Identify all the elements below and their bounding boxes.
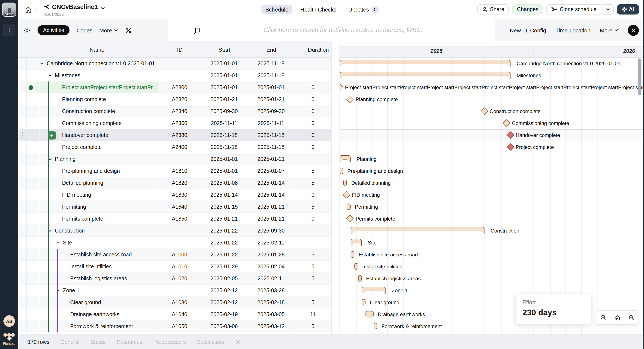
table-row[interactable]: Planning2025-01-012025-01-21 xyxy=(18,153,332,165)
row-expand-chevron-icon[interactable] xyxy=(56,288,60,293)
table-row[interactable]: PermittingA18402025-01-152025-01-215 xyxy=(18,201,332,213)
time-location-button[interactable]: Time-Location xyxy=(556,27,590,34)
view-pill-codes[interactable]: Codes xyxy=(76,27,92,34)
activity-duration-cell: 0 xyxy=(294,141,332,153)
milestone-diamond[interactable] xyxy=(342,191,350,199)
activity-end-cell: 2025-01-14 xyxy=(248,177,294,189)
table-gantt-splitter[interactable] xyxy=(332,41,339,334)
search-input[interactable]: Click here to search for activities, cod… xyxy=(168,19,495,41)
column-header-duration[interactable]: Duration xyxy=(295,41,329,58)
drag-handle[interactable] xyxy=(22,132,23,138)
activity-start-cell: 2025-01-22 xyxy=(201,237,248,249)
month-gridline xyxy=(356,58,356,334)
tab-schedule[interactable]: Schedule xyxy=(262,5,292,14)
footer-close-icon[interactable] xyxy=(236,339,241,345)
task-bar[interactable] xyxy=(347,203,350,210)
task-bar[interactable] xyxy=(362,299,366,305)
footer-tab-resources[interactable]: Resources xyxy=(117,339,142,345)
avatar[interactable]: AS xyxy=(4,315,15,327)
toolbar-more-button[interactable]: More xyxy=(600,27,618,34)
table-row[interactable]: Commissioning completeA23602025-11-11202… xyxy=(18,117,332,129)
activity-name-cell: Establish site access road xyxy=(70,249,158,261)
status-dot xyxy=(28,85,33,90)
footer-tab-predecessors[interactable]: Predecessors xyxy=(153,339,186,345)
row-expand-chevron-icon[interactable] xyxy=(48,73,52,78)
table-row[interactable]: Cambridge North connection v1.0 2025-01-… xyxy=(18,58,332,70)
summary-bar[interactable] xyxy=(362,287,386,294)
milestone-diamond[interactable] xyxy=(502,119,510,127)
table-row[interactable]: Construction completeA23402025-09-302025… xyxy=(18,105,332,117)
table-row[interactable]: Establish site access roadA10002025-01-2… xyxy=(18,249,332,261)
column-header-start[interactable]: Start xyxy=(201,41,248,58)
column-header-name[interactable]: Name xyxy=(36,41,159,58)
table-row[interactable]: Project startProject startProject startP… xyxy=(18,82,332,93)
column-header-end[interactable]: End xyxy=(248,41,295,58)
gantt-chart[interactable]: 2025 2026 Cambridge North connection v1.… xyxy=(339,41,643,334)
table-row[interactable]: Planning completeA23202025-01-212025-01-… xyxy=(18,93,332,105)
row-expand-chevron-icon[interactable] xyxy=(56,241,60,245)
changes-button[interactable]: Changes xyxy=(512,4,543,15)
workspace-logo[interactable]: DEMO xyxy=(2,3,16,17)
share-button[interactable]: Share xyxy=(477,4,509,15)
close-toolbar-button[interactable] xyxy=(628,25,639,36)
table-row[interactable]: Zone 12025-02-122025-03-28 xyxy=(18,284,332,296)
row-expand-chevron-icon[interactable] xyxy=(40,62,44,66)
view-pill-activities[interactable]: Activities xyxy=(38,25,70,36)
table-row[interactable]: Permits completeA18502025-01-212025-01-2… xyxy=(18,213,332,225)
table-row[interactable]: Establish logistics areasA10202025-02-05… xyxy=(18,273,332,284)
ai-button[interactable]: AI xyxy=(617,4,639,15)
gear-icon[interactable] xyxy=(24,27,31,34)
table-row[interactable]: Detailed planningA18202025-01-082025-01-… xyxy=(18,177,332,189)
zoom-in-button[interactable] xyxy=(624,311,638,324)
footer-tab-status[interactable]: Status xyxy=(90,339,106,345)
task-bar[interactable] xyxy=(366,311,374,317)
table-row[interactable]: Install site utilitiesA10102025-01-29202… xyxy=(18,261,332,273)
task-bar[interactable] xyxy=(343,180,347,186)
milestone-diamond[interactable] xyxy=(480,107,488,115)
home-button[interactable] xyxy=(24,5,33,14)
activity-start-cell: 2025-01-22 xyxy=(201,249,248,261)
view-pill-more[interactable]: More xyxy=(99,27,118,34)
task-bar[interactable] xyxy=(358,275,362,282)
activity-name-cell: Permits complete xyxy=(62,213,158,225)
activity-end-cell: 2025-01-21 xyxy=(248,93,294,105)
zoom-home-button[interactable] xyxy=(610,311,624,324)
table-row[interactable]: FID meetingA18302025-01-142025-01-140 xyxy=(18,189,332,201)
column-header-id[interactable]: ID xyxy=(159,41,201,58)
table-row[interactable]: Site2025-01-222025-02-11 xyxy=(18,237,332,249)
table-row[interactable]: Pre-planning and designA18102025-01-0120… xyxy=(18,165,332,177)
activity-id-cell xyxy=(158,70,201,82)
summary-bar[interactable] xyxy=(340,155,350,163)
add-activity-button[interactable]: + xyxy=(48,131,56,139)
footer-tab-successors[interactable]: Successors xyxy=(197,339,224,345)
tab-health-checks[interactable]: Health Checks xyxy=(296,5,340,14)
activity-id-cell: A1030 xyxy=(158,296,201,308)
table-row[interactable]: Drainage earthworksA10402025-02-192025-0… xyxy=(18,308,332,320)
milestone-diamond[interactable] xyxy=(346,215,354,223)
tab-updates[interactable]: Updates 0 xyxy=(344,5,379,14)
task-bar[interactable] xyxy=(374,323,377,329)
table-row[interactable]: Clear groundA10302025-02-122025-02-185 xyxy=(18,296,332,308)
new-tl-config-button[interactable]: New TL Config xyxy=(510,27,546,34)
milestone-diamond[interactable] xyxy=(346,95,354,103)
task-bar[interactable] xyxy=(340,168,343,174)
footer-tab-general[interactable]: General xyxy=(60,339,79,345)
milestone-diamond[interactable] xyxy=(339,83,343,91)
table-row[interactable]: Milestones2025-01-012025-11-18 xyxy=(18,70,332,82)
clone-schedule-button[interactable]: Clone schedule xyxy=(546,4,601,15)
gantt-vertical-scrollbar[interactable] xyxy=(638,59,642,95)
table-row[interactable]: Handover complete+A23802025-11-182025-11… xyxy=(18,129,332,141)
title-dropdown-chevron-icon[interactable] xyxy=(100,6,105,11)
schedule-title-block[interactable]: CNCvBaseline1 01/01/2025 xyxy=(44,3,105,17)
milestone-diamond[interactable] xyxy=(506,143,514,151)
add-workspace-button[interactable]: + xyxy=(3,24,15,36)
zoom-out-button[interactable] xyxy=(596,311,610,324)
task-bar[interactable] xyxy=(350,251,354,258)
collapse-panels-icon[interactable] xyxy=(125,27,131,34)
table-row[interactable]: Formwork & reinforcementA10502025-03-062… xyxy=(18,320,332,332)
activity-name-cell: Construction xyxy=(55,225,158,237)
table-row[interactable]: Construction2025-01-222025-09-30 xyxy=(18,225,332,237)
clone-dropdown-button[interactable] xyxy=(602,4,614,15)
activity-end-cell: 2025-01-28 xyxy=(248,249,294,261)
table-row[interactable]: Project completeA24002025-11-182025-11-1… xyxy=(18,141,332,153)
